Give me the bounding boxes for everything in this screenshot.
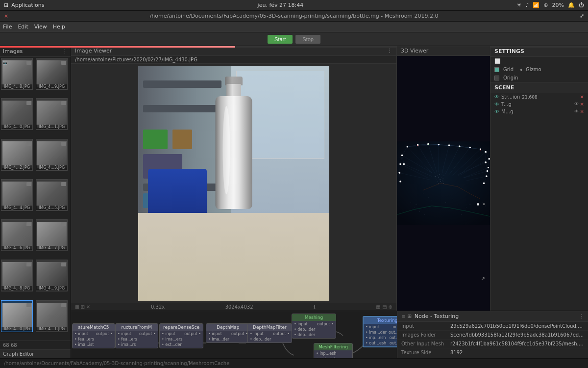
node-texturing-header: Texturing	[364, 317, 397, 324]
menu-file[interactable]: File	[3, 24, 12, 30]
port-dep-mesh: • dep...der	[294, 327, 315, 332]
prop-images-folder: Images Folder Scene/fdbb933158fa12f29fe9…	[397, 331, 588, 340]
close-button[interactable]: ×	[4, 13, 8, 19]
close-icon-1[interactable]: ✕	[580, 102, 584, 107]
thumb-label-9: IMG_4...7.JPG	[36, 246, 67, 250]
grid-label: Grid	[503, 67, 514, 72]
node-meshing[interactable]: Meshing • input • dep...der • dep...der …	[292, 314, 336, 339]
svg-point-101	[470, 204, 470, 205]
svg-rect-47	[403, 163, 405, 165]
stop-button[interactable]: Stop	[295, 35, 320, 44]
settings-theme: ⬜	[490, 57, 588, 65]
eye-icon-1[interactable]: 👁	[494, 102, 499, 107]
maximize-button[interactable]: ⤢	[580, 13, 584, 19]
svg-rect-45	[485, 151, 487, 153]
node-panel-close[interactable]: ⋮	[579, 314, 584, 319]
thumb-10[interactable]: IMG_4...8.JPG	[1, 260, 33, 291]
node-texturing[interactable]: Texturing • input • ima...der • inp...es…	[363, 316, 397, 347]
thumb-label-1: IMG_4...9.JPG	[36, 84, 67, 89]
thumb-label-4: IMG_4...2.JPG	[1, 165, 32, 170]
point-cloud-svg	[397, 56, 490, 311]
scene-eye2-icon[interactable]: 👁	[574, 102, 579, 107]
app-name: Applications	[11, 2, 44, 8]
image-viewer-header: Image Viewer ⋮	[71, 46, 396, 56]
svg-rect-67	[399, 172, 400, 174]
svg-point-72	[428, 144, 428, 145]
node-prepare-dense[interactable]: repareDenseSce • input • ima...ers • ext…	[159, 323, 203, 348]
close-icon-0[interactable]: ✕	[580, 94, 584, 100]
svg-point-84	[443, 179, 443, 179]
scene-item-0: 👁 Str...ion 21.608 ✕	[490, 93, 588, 101]
thumb-4[interactable]: IMG_4...2.JPG	[1, 139, 33, 171]
image-viewer-menu[interactable]: ⋮	[387, 48, 392, 54]
thumb-8[interactable]: IMG_4...6.JPG	[1, 219, 33, 251]
thumb-6[interactable]: IMG_4...4.JPG	[1, 179, 33, 211]
thumb-0[interactable]: 📷 IMG_4...8.JPG	[1, 58, 33, 90]
origin-checkbox[interactable]	[494, 76, 499, 80]
svg-rect-59	[486, 176, 487, 177]
port-ima-dm: • ima...der	[208, 337, 229, 342]
port-fea: • fea...ers	[74, 337, 94, 342]
image-viewer-label: Image Viewer	[75, 48, 112, 54]
scene-item-2: 👁 M...g 👁 ✕	[490, 108, 588, 115]
thumb-label-11: IMG_4...9.JPG	[36, 286, 67, 290]
info-icon: ℹ	[314, 304, 316, 310]
thumb-12[interactable]: IMG_4...0.JPG	[1, 300, 33, 332]
origin-label: Origin	[503, 75, 518, 80]
eye-icon-0[interactable]: 👁	[494, 94, 499, 100]
status-bar: /home/antoine/Documents/FabAcademy/05-3D…	[0, 358, 588, 368]
svg-point-88	[438, 182, 438, 182]
status-text: /home/antoine/Documents/FabAcademy/05-3D…	[4, 361, 229, 366]
grid-checkbox[interactable]	[494, 67, 499, 72]
settings-grid-row: Grid ◂ Gizmo	[490, 65, 588, 74]
svg-point-105	[424, 214, 425, 215]
start-button[interactable]: Start	[268, 35, 293, 44]
thumb-1[interactable]: IMG_4...9.JPG	[36, 58, 68, 90]
node-structure-from-motion[interactable]: ructureFromM • input • fea...ers • ima..…	[115, 323, 158, 348]
svg-point-85	[437, 180, 437, 180]
svg-point-98	[452, 199, 453, 199]
node-depthmapfilter[interactable]: DepthMapFilter • input • dep...der outpu…	[247, 323, 292, 343]
eye-icon-2[interactable]: 👁	[494, 109, 499, 114]
images-menu-icon[interactable]: ⋮	[62, 48, 68, 54]
node-preparedense-body: • input • ima...ers • ext...der output •	[160, 331, 203, 348]
node-depthmap-body: • input • ima...der output •	[206, 331, 250, 342]
node-meshfiltering[interactable]: MeshFiltering • inp...esh • out...esh	[314, 343, 353, 358]
node-meshfiltering-body: • inp...esh • out...esh	[314, 350, 352, 358]
port-input: • input	[74, 332, 94, 336]
menu-edit[interactable]: Edit	[18, 24, 28, 30]
scene-eye3-icon[interactable]: 👁	[574, 109, 579, 114]
thumb-2[interactable]: IMG_4...0.JPG	[1, 98, 33, 130]
menu-view[interactable]: View	[34, 24, 47, 30]
svg-point-81	[436, 178, 437, 178]
svg-point-80	[443, 176, 444, 176]
svg-point-86	[440, 179, 441, 180]
thumb-9[interactable]: IMG_4...7.JPG	[36, 219, 68, 251]
close-icon-2[interactable]: ✕	[580, 109, 584, 114]
thumb-label-6: IMG_4...4.JPG	[1, 206, 32, 210]
bottle	[209, 77, 258, 214]
port-input-dm: • input	[208, 332, 229, 336]
menu-help[interactable]: Help	[53, 24, 65, 30]
svg-point-73	[459, 147, 460, 147]
svg-point-102	[475, 211, 475, 211]
thumb-7[interactable]: IMG_4...5.JPG	[36, 179, 68, 211]
svg-point-76	[435, 176, 436, 177]
3d-viewer-canvas[interactable]: ↗	[397, 56, 490, 311]
prop-texside-value: 8192	[450, 350, 584, 355]
thumb-label-2: IMG_4...0.JPG	[1, 125, 32, 129]
thumb-5[interactable]: IMG_4...3.JPG	[36, 139, 68, 171]
svg-point-74	[439, 145, 439, 145]
3d-viewer-label: 3D Viewer	[401, 48, 428, 54]
node-menu-icon[interactable]: ≡	[401, 314, 405, 319]
gizmo-label: Gizmo	[526, 67, 541, 72]
graph-area[interactable]: atureMatchC5 • input • fea...ers • ima..…	[71, 311, 397, 358]
thumb-13[interactable]: IMG_4...1.JPG	[36, 300, 68, 332]
node-sfm-body: • input • fea...ers • ima...rs output •	[116, 331, 158, 348]
thumb-3[interactable]: IMG_4...1.JPG	[36, 98, 68, 130]
node-depthmap[interactable]: DepthMap • input • ima...der output •	[206, 323, 250, 343]
thumb-11[interactable]: IMG_4...9.JPG	[36, 260, 68, 291]
node-feature-match[interactable]: atureMatchC5 • input • fea...ers • ima..…	[72, 323, 115, 348]
center-panel: Image Viewer ⋮ /home/antoine/Pictures/20…	[71, 46, 588, 358]
node-texturing-body: • input • ima...der • inp...esh • out...…	[364, 324, 397, 346]
